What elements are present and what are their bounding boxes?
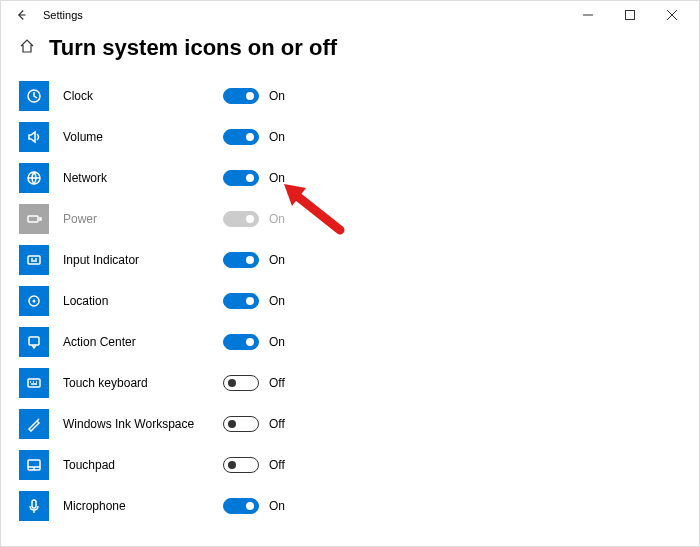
clock-icon (26, 88, 42, 104)
touchpad-toggle[interactable] (223, 457, 259, 473)
row-mic: MicrophoneOn (19, 485, 699, 526)
input-tile (19, 245, 49, 275)
row-volume: VolumeOn (19, 116, 699, 157)
toggle-knob (246, 297, 254, 305)
row-location: LocationOn (19, 280, 699, 321)
close-icon (667, 10, 677, 20)
touchpad-toggle-wrap: Off (223, 457, 285, 473)
ink-state: Off (269, 417, 285, 431)
network-icon (26, 170, 42, 186)
clock-state: On (269, 89, 285, 103)
clock-tile (19, 81, 49, 111)
touchkb-label: Touch keyboard (63, 376, 213, 390)
row-touchpad: TouchpadOff (19, 444, 699, 485)
mic-icon (26, 498, 42, 514)
network-label: Network (63, 171, 213, 185)
svg-point-6 (33, 299, 36, 302)
toggle-knob (246, 256, 254, 264)
toggle-knob (246, 174, 254, 182)
clock-toggle[interactable] (223, 88, 259, 104)
home-button[interactable] (19, 38, 35, 58)
mic-toggle[interactable] (223, 498, 259, 514)
power-tile (19, 204, 49, 234)
ink-toggle-wrap: Off (223, 416, 285, 432)
mic-tile (19, 491, 49, 521)
clock-label: Clock (63, 89, 213, 103)
touchpad-label: Touchpad (63, 458, 213, 472)
network-toggle-wrap: On (223, 170, 285, 186)
volume-toggle-wrap: On (223, 129, 285, 145)
action-icon (26, 334, 42, 350)
home-icon (19, 38, 35, 54)
minimize-button[interactable] (567, 1, 609, 29)
svg-rect-7 (29, 337, 39, 345)
row-input: Input IndicatorOn (19, 239, 699, 280)
input-icon (26, 252, 42, 268)
ink-icon (26, 416, 42, 432)
app-title: Settings (43, 9, 567, 21)
ink-toggle[interactable] (223, 416, 259, 432)
row-power: PowerOn (19, 198, 699, 239)
toggle-knob (228, 379, 236, 387)
minimize-icon (583, 10, 593, 20)
network-tile (19, 163, 49, 193)
arrow-left-icon (15, 9, 27, 21)
network-state: On (269, 171, 285, 185)
close-button[interactable] (651, 1, 693, 29)
power-toggle (223, 211, 259, 227)
touchpad-icon (26, 457, 42, 473)
action-toggle-wrap: On (223, 334, 285, 350)
heading-row: Turn system icons on or off (1, 29, 699, 75)
toggle-knob (246, 92, 254, 100)
mic-toggle-wrap: On (223, 498, 285, 514)
input-state: On (269, 253, 285, 267)
location-tile (19, 286, 49, 316)
row-ink: Windows Ink WorkspaceOff (19, 403, 699, 444)
touchkb-tile (19, 368, 49, 398)
action-toggle[interactable] (223, 334, 259, 350)
location-icon (26, 293, 42, 309)
mic-state: On (269, 499, 285, 513)
maximize-icon (625, 10, 635, 20)
power-state: On (269, 212, 285, 226)
touchkb-toggle[interactable] (223, 375, 259, 391)
ink-label: Windows Ink Workspace (63, 417, 213, 431)
network-toggle[interactable] (223, 170, 259, 186)
volume-state: On (269, 130, 285, 144)
toggle-knob (246, 502, 254, 510)
volume-icon (26, 129, 42, 145)
power-toggle-wrap: On (223, 211, 285, 227)
volume-label: Volume (63, 130, 213, 144)
touchkb-toggle-wrap: Off (223, 375, 285, 391)
svg-rect-8 (28, 379, 40, 387)
location-toggle-wrap: On (223, 293, 285, 309)
row-touchkb: Touch keyboardOff (19, 362, 699, 403)
page-title: Turn system icons on or off (49, 35, 337, 61)
action-label: Action Center (63, 335, 213, 349)
maximize-button[interactable] (609, 1, 651, 29)
toggle-knob (246, 338, 254, 346)
ink-tile (19, 409, 49, 439)
clock-toggle-wrap: On (223, 88, 285, 104)
input-toggle[interactable] (223, 252, 259, 268)
touchpad-tile (19, 450, 49, 480)
row-action: Action CenterOn (19, 321, 699, 362)
volume-toggle[interactable] (223, 129, 259, 145)
toggle-knob (228, 461, 236, 469)
input-label: Input Indicator (63, 253, 213, 267)
location-state: On (269, 294, 285, 308)
row-network: NetworkOn (19, 157, 699, 198)
svg-rect-10 (32, 500, 36, 508)
power-icon (26, 211, 42, 227)
input-toggle-wrap: On (223, 252, 285, 268)
toggle-knob (228, 420, 236, 428)
keyboard-icon (26, 375, 42, 391)
toggle-knob (246, 215, 254, 223)
location-toggle[interactable] (223, 293, 259, 309)
back-button[interactable] (11, 9, 31, 21)
svg-rect-4 (28, 256, 40, 264)
settings-list: ClockOnVolumeOnNetworkOnPowerOnInput Ind… (1, 75, 699, 526)
action-state: On (269, 335, 285, 349)
toggle-knob (246, 133, 254, 141)
action-tile (19, 327, 49, 357)
